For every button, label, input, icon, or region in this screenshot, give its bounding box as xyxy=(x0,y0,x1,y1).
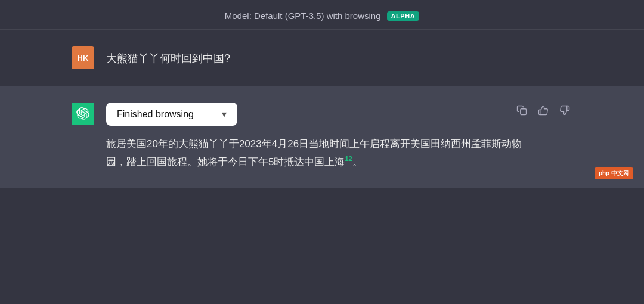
thumbs-up-button[interactable] xyxy=(535,103,551,118)
copy-button[interactable] xyxy=(514,103,530,118)
response-part2: 。 xyxy=(352,156,363,167)
action-buttons xyxy=(514,103,572,118)
user-message-text: 大熊猫丫丫何时回到中国? xyxy=(106,46,230,67)
copy-icon xyxy=(516,105,527,116)
header: Model: Default (GPT-3.5) with browsing A… xyxy=(0,0,644,30)
assistant-content: Finished browsing ▾ 旅居美国20年的大熊猫丫丫于2023年4… xyxy=(106,103,572,171)
assistant-avatar xyxy=(72,103,94,125)
citation-superscript: 12 xyxy=(345,155,352,162)
alpha-badge: ALPHA xyxy=(387,11,420,21)
user-message: HK 大熊猫丫丫何时回到中国? xyxy=(0,30,644,86)
watermark: php 中文网 xyxy=(595,167,633,179)
thumbs-up-icon xyxy=(538,105,549,116)
chevron-down-icon: ▾ xyxy=(222,108,227,120)
browsing-pill[interactable]: Finished browsing ▾ xyxy=(106,103,237,126)
header-title: Model: Default (GPT-3.5) with browsing xyxy=(225,11,381,21)
openai-icon xyxy=(76,107,89,120)
assistant-response-text: 旅居美国20年的大熊猫丫丫于2023年4月26日当地时间上午启程离开美国田纳西州… xyxy=(106,135,524,171)
response-part1: 旅居美国20年的大熊猫丫丫于2023年4月26日当地时间上午启程离开美国田纳西州… xyxy=(106,138,522,167)
assistant-message: Finished browsing ▾ 旅居美国20年的大熊猫丫丫于2023年4… xyxy=(0,86,644,188)
messages-container: HK 大熊猫丫丫何时回到中国? Finished browsing ▾ 旅居美国… xyxy=(0,30,644,188)
svg-rect-0 xyxy=(521,109,527,115)
thumbs-down-icon xyxy=(559,105,570,116)
user-avatar: HK xyxy=(72,46,94,69)
thumbs-down-button[interactable] xyxy=(557,103,572,118)
browsing-label: Finished browsing xyxy=(117,109,215,120)
